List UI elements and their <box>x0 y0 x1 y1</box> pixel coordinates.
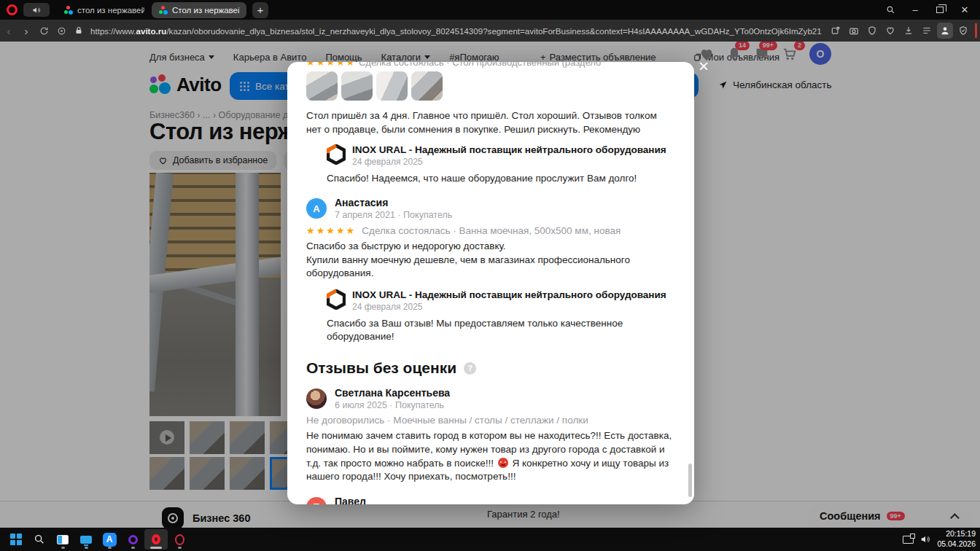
reviewer-name: Павел <box>335 496 449 504</box>
share-icon <box>831 26 841 36</box>
address-bar: ‹ › https://www.avito.ru/kazan/oborudova… <box>0 20 980 42</box>
tab-1[interactable]: стол из нержавейки - Ав <box>57 2 152 18</box>
security-badge-button[interactable] <box>955 23 971 39</box>
avito-app-icon: A <box>103 533 117 547</box>
opera-menu-icon[interactable] <box>7 4 18 15</box>
angry-emoji-icon <box>498 458 508 468</box>
section-header: Отзывы без оценки ? <box>306 359 675 377</box>
opera-gx-button[interactable] <box>121 529 144 550</box>
lock-icon <box>74 26 83 35</box>
reviewer-name: Анастасия <box>335 197 452 208</box>
restore-button[interactable] <box>929 2 951 18</box>
review-photo[interactable] <box>411 71 443 101</box>
seller-reply-1-text: Спасибо! Надеемся, что наше оборудование… <box>327 172 675 185</box>
opera-beta-button[interactable] <box>168 529 191 550</box>
shield-button[interactable] <box>864 23 880 39</box>
reviewer-name: Светлана Карсентьева <box>335 387 450 399</box>
deal-text: Сделка состоялась · Ванна моечная, 500х5… <box>362 225 621 236</box>
downloads-button[interactable] <box>901 23 917 39</box>
clipped-review: ★★★★★ Сделка состоялась · Стол производс… <box>306 62 675 69</box>
inox-ural-logo <box>327 289 346 310</box>
review-date: 7 апреля 2021 · Покупатель <box>335 210 452 220</box>
taskbar-search-button[interactable] <box>28 529 51 550</box>
modal-close-button[interactable]: × <box>694 57 713 76</box>
site-info-button[interactable] <box>52 22 70 39</box>
heart-icon <box>885 26 895 36</box>
share-button[interactable] <box>828 23 844 39</box>
url-prefix: https://www. <box>90 26 136 36</box>
review-3-text: Не понимаю зачем ставить город в котором… <box>306 429 675 484</box>
back-button[interactable]: ‹ <box>0 22 18 39</box>
reviews-modal: ★★★★★ Сделка состоялась · Стол производс… <box>287 62 694 504</box>
review-photo[interactable] <box>306 71 338 101</box>
review-photo[interactable] <box>376 71 408 101</box>
help-icon[interactable]: ? <box>464 362 476 375</box>
start-button[interactable] <box>4 529 28 550</box>
review-1-text: Стол пришёл за 4 дня. Главное что пришёл… <box>306 109 671 137</box>
review-2: А Анастасия 7 апреля 2021 · Покупатель ★… <box>306 197 675 281</box>
snapshot-button[interactable] <box>846 23 862 39</box>
profile-icon <box>940 26 950 36</box>
minimize-button[interactable]: – <box>904 2 926 18</box>
screen: стол из нержавейки - Ав Стол из нержавей… <box>0 0 980 551</box>
clipped-deal-text: Сделка состоялась · Стол производственны… <box>359 62 601 68</box>
avito-app-button[interactable]: A <box>98 529 121 550</box>
url-field[interactable]: https://www.avito.ru/kazan/oborudovanie_… <box>90 26 822 36</box>
rating-stars: ★★★★★ <box>306 225 356 236</box>
panels-icon <box>922 26 932 36</box>
taskbar-clock[interactable]: 20:15:19 05.04.2026 <box>937 529 976 549</box>
search-icon <box>34 534 45 545</box>
reload-button[interactable] <box>35 22 52 39</box>
seller-reply-date: 24 февраля 2025 <box>352 157 666 167</box>
reload-icon <box>39 26 49 36</box>
display-app-button[interactable] <box>74 529 98 550</box>
avatar-photo <box>306 388 327 409</box>
monitor-icon <box>80 536 92 544</box>
lock-button[interactable] <box>70 22 88 39</box>
search-icon <box>886 5 895 15</box>
inox-ural-logo <box>327 144 346 165</box>
avito-favicon <box>64 6 73 15</box>
taskbar: A 20:15:19 05.04.2026 <box>0 528 980 551</box>
opera-button-active[interactable] <box>144 529 168 550</box>
clock-date: 05.04.2026 <box>937 539 976 550</box>
network-icon[interactable] <box>903 536 914 544</box>
badge-icon <box>57 26 66 36</box>
review-3: Светлана Карсентьева 6 июля 2025 · Покуп… <box>306 387 675 484</box>
review-4: П Павел 26 июня 2025 · Покупатель Не дог… <box>306 496 675 504</box>
seller-reply-name: INOX URAL - Надежный поставщик нейтральн… <box>352 289 666 300</box>
avatar: А <box>306 198 327 219</box>
bookmark-button[interactable] <box>882 23 898 39</box>
opera-outline-icon <box>175 534 184 545</box>
speaker-icon <box>32 6 41 15</box>
clock-time: 20:15:19 <box>937 529 976 539</box>
alert-strip <box>975 23 977 38</box>
windows-icon <box>10 534 22 545</box>
download-icon <box>903 26 914 36</box>
sidebar-button[interactable] <box>919 23 935 39</box>
opera-gx-icon <box>128 535 138 544</box>
section-title: Отзывы без оценки <box>306 359 456 377</box>
url-rest: /kazan/oborudovanie_dlya_biznesa/stol_iz… <box>166 26 822 36</box>
seller-reply-2-text: Спасибо за Ваш отзыв! Мы предоставляем т… <box>327 317 675 343</box>
task-view-icon <box>57 535 69 544</box>
tab-2-label: Стол из нержавейки для <box>172 6 239 15</box>
security-shield-icon <box>958 26 968 36</box>
seller-reply-name: INOX URAL - Надежный поставщик нейтральн… <box>352 144 666 155</box>
profile-button[interactable] <box>937 23 953 39</box>
new-tab-button[interactable]: + <box>252 2 268 18</box>
volume-icon[interactable] <box>920 534 930 544</box>
deal-status: Не договорились · Моечные ванны / столы … <box>306 415 675 426</box>
forward-button[interactable]: › <box>18 22 35 39</box>
task-view-button[interactable] <box>51 529 74 550</box>
browser-titlebar: стол из нержавейки - Ав Стол из нержавей… <box>0 0 980 20</box>
tab-audio-button[interactable] <box>23 3 50 17</box>
search-tabs-button[interactable] <box>879 2 901 18</box>
url-domain: avito.ru <box>136 26 167 36</box>
reviews-list: ★★★★★ Сделка состоялась · Стол производс… <box>287 62 694 504</box>
close-button[interactable]: ✕ <box>954 2 976 18</box>
modal-scrollbar[interactable] <box>688 464 692 497</box>
tab-2-active[interactable]: Стол из нержавейки для <box>152 2 246 18</box>
review-photo[interactable] <box>341 71 373 101</box>
restore-icon <box>936 7 944 13</box>
